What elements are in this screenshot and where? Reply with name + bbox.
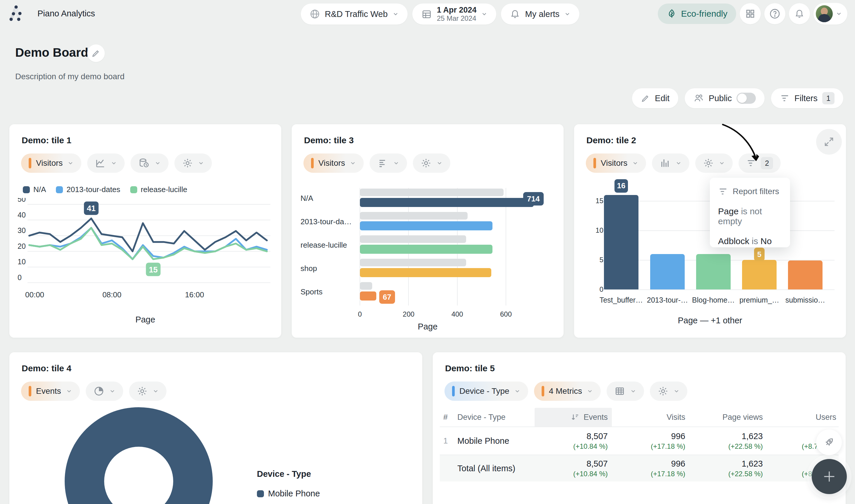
row-quick-action-button[interactable] [816, 429, 842, 455]
value-bar[interactable] [696, 254, 731, 289]
total-visits: 996(+17.18 %) [612, 459, 690, 478]
database-clock-icon [138, 157, 150, 169]
site-selector[interactable]: R&D Traffic Web [301, 3, 407, 24]
column-header-rank[interactable]: # [440, 413, 457, 422]
tile-title: Demo: tile 1 [22, 136, 71, 145]
chart-type-selector[interactable] [652, 154, 690, 173]
value-bar[interactable] [650, 254, 685, 289]
date-compare: 25 Mar 2024 [437, 15, 477, 22]
legend-item[interactable]: release-lucille [130, 185, 187, 194]
x-category-label: premium_… [737, 296, 781, 304]
x-axis-title: Page [10, 315, 281, 324]
chart-type-selector[interactable] [607, 381, 644, 401]
hbar-chart-icon [377, 158, 388, 169]
category-label: 2013-tour-da… [300, 217, 358, 226]
svg-text:10: 10 [18, 257, 26, 266]
column-header-visits[interactable]: Visits [612, 413, 690, 422]
x-category-label: 2013-tour-… [645, 296, 690, 304]
value-bar[interactable] [742, 260, 777, 289]
my-alerts-button[interactable]: My alerts [501, 3, 579, 24]
data-source-selector[interactable] [130, 154, 169, 173]
apps-menu-button[interactable] [740, 3, 761, 24]
filters-count-badge: 1 [822, 92, 835, 104]
chevron-down-icon [392, 11, 399, 17]
notifications-button[interactable] [789, 3, 810, 24]
gridline [605, 289, 835, 290]
public-toggle-button[interactable]: Public [685, 88, 765, 108]
data-label: 16 [614, 179, 628, 193]
donut-chart[interactable] [65, 407, 213, 504]
filter-icon [718, 186, 728, 196]
eco-friendly-badge[interactable]: Eco-friendly [658, 3, 736, 24]
legend-item[interactable]: Mobile Phone [257, 489, 320, 499]
value-bar[interactable] [360, 291, 376, 301]
value-bar[interactable] [788, 260, 822, 289]
comparison-bar[interactable] [360, 188, 504, 196]
legend-item[interactable]: N/A [23, 185, 46, 194]
date-range-picker[interactable]: 1 Apr 2024 25 Mar 2024 [412, 3, 496, 24]
total-page-views: 1,623(+22.58 %) [690, 459, 767, 478]
total-events: 8,507(+10.84 %) [535, 459, 612, 478]
comparison-bar[interactable] [360, 259, 466, 266]
line-chart[interactable]: 50403020100411500:0008:0016:00 [17, 198, 275, 302]
legend-item[interactable]: 2013-tour-dates [56, 185, 120, 194]
chevron-down-icon [514, 388, 521, 394]
chart-type-selector[interactable] [86, 381, 123, 401]
edit-board-button[interactable]: Edit [632, 88, 678, 108]
cell-events: 8,507(+10.84 %) [535, 432, 612, 450]
value-bar[interactable] [360, 245, 492, 254]
comparison-bar[interactable] [360, 212, 468, 219]
metric-selector-visitors[interactable]: Visitors [303, 154, 364, 173]
add-tile-fab[interactable] [812, 459, 847, 494]
dimension-selector[interactable]: Device - Type [444, 381, 528, 401]
metric-selector-visitors[interactable]: Visitors [21, 154, 81, 173]
table-total-row: Total (All items) 8,507(+10.84 %) 996(+1… [440, 455, 839, 482]
comparison-bar[interactable] [360, 235, 466, 243]
public-toggle[interactable] [736, 93, 756, 104]
column-header-dimension[interactable]: Device - Type [457, 413, 535, 422]
chevron-down-icon [393, 160, 399, 166]
settings-selector[interactable] [129, 381, 167, 401]
calendar-icon [421, 8, 432, 20]
column-header-events[interactable]: Events [535, 408, 612, 427]
chart-type-selector[interactable] [87, 154, 125, 173]
table-icon [614, 385, 625, 397]
x-axis-title: Page — +1 other [574, 316, 846, 325]
edit-title-button[interactable] [87, 44, 105, 62]
x-category-label: Test_buffer… [599, 296, 643, 304]
settings-selector[interactable] [650, 381, 687, 401]
chart-type-selector[interactable] [370, 154, 407, 173]
svg-text:40: 40 [18, 211, 26, 219]
help-button[interactable] [764, 3, 785, 24]
chevron-down-icon [66, 388, 72, 394]
bar-chart-horizontal[interactable]: 0200400600N/A2013-tour-da…release-lucill… [300, 188, 555, 325]
eco-friendly-label: Eco-friendly [681, 9, 728, 19]
y-tick-label: 10 [588, 226, 603, 234]
legend-swatch [56, 186, 63, 193]
value-bar[interactable] [604, 195, 639, 289]
tile-title: Demo: tile 3 [304, 136, 354, 145]
gear-icon [658, 385, 669, 397]
piano-analytics-logo[interactable] [7, 4, 25, 22]
filters-button[interactable]: Filters 1 [771, 88, 843, 108]
metrics-selector[interactable]: 4 Metrics [534, 381, 601, 401]
gear-icon [420, 158, 432, 169]
settings-selector[interactable] [174, 154, 212, 173]
date-start: 1 Apr 2024 [437, 6, 477, 15]
user-menu[interactable] [814, 3, 848, 24]
comparison-bar[interactable] [360, 282, 372, 290]
table-row[interactable]: 1 Mobile Phone 8,507(+10.84 %) 996(+17.1… [440, 427, 839, 455]
value-bar[interactable] [360, 221, 492, 230]
value-bar[interactable] [360, 198, 534, 207]
popup-title: Report filters [733, 187, 779, 196]
metric-selector-events[interactable]: Events [21, 381, 80, 401]
metric-selector-visitors[interactable]: Visitors [586, 154, 646, 173]
column-header-users[interactable]: Users [767, 413, 839, 422]
expand-tile-button[interactable] [816, 129, 842, 155]
sort-desc-icon [571, 413, 580, 422]
settings-selector[interactable] [413, 154, 450, 173]
value-bar[interactable] [360, 268, 491, 277]
public-label: Public [709, 93, 732, 103]
chevron-down-icon [673, 388, 680, 394]
column-header-page-views[interactable]: Page views [690, 413, 767, 422]
